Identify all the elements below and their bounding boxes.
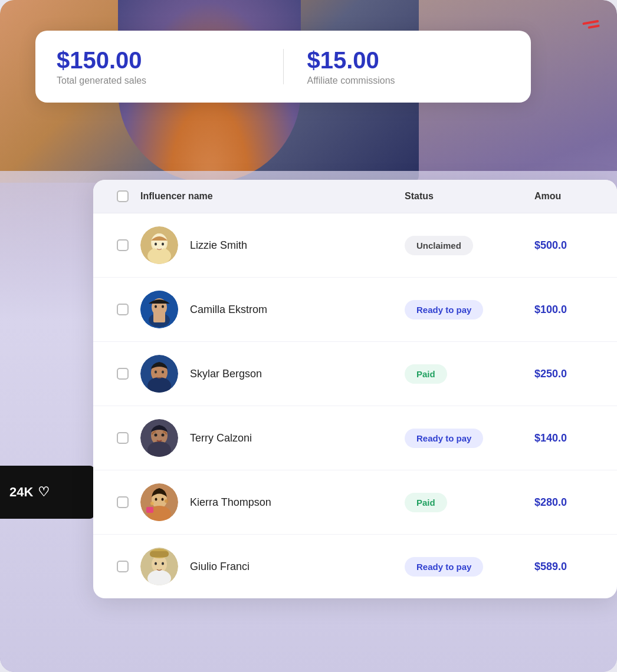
row-checkbox-cell[interactable] [105, 496, 140, 508]
svg-rect-37 [150, 551, 169, 557]
table-header: Influencer name Status Amou [93, 180, 617, 213]
amount-cell: $589.0 [534, 561, 605, 573]
svg-point-26 [155, 498, 157, 501]
status-badge: Paid [405, 493, 447, 512]
table-row: Kierra Thompson Paid $280.0 [93, 470, 617, 535]
svg-point-22 [162, 434, 165, 437]
avatar [140, 226, 178, 264]
svg-point-10 [155, 305, 157, 308]
amount-header: Amou [534, 191, 605, 202]
avatar [140, 355, 178, 393]
stats-card: $150.00 Total generated sales $15.00 Aff… [35, 31, 531, 103]
status-cell: Paid [405, 364, 534, 384]
status-cell: Paid [405, 493, 534, 512]
avatar [140, 548, 178, 585]
svg-rect-30 [146, 507, 153, 513]
amount-cell: $500.0 [534, 239, 605, 252]
table-body: Lizzie Smith Unclaimed $500.0 Camilla Ek… [93, 213, 617, 598]
influencer-name: Camilla Ekstrom [190, 304, 267, 316]
amount-cell: $140.0 [534, 432, 605, 444]
avatar [140, 291, 178, 328]
svg-rect-12 [153, 312, 165, 322]
row-name-cell: Terry Calzoni [140, 419, 405, 457]
svg-point-17 [162, 371, 164, 374]
avatar [140, 483, 178, 521]
commissions-block: $15.00 Affiliate commissions [307, 47, 510, 86]
row-name-cell: Giulio Franci [140, 548, 405, 585]
status-cell: Ready to pay [405, 429, 534, 448]
amount-cell: $100.0 [534, 304, 605, 316]
row-checkbox-cell[interactable] [105, 368, 140, 380]
row-checkbox[interactable] [117, 496, 129, 508]
influencer-name: Terry Calzoni [190, 432, 252, 444]
svg-point-28 [150, 502, 154, 505]
svg-point-21 [155, 434, 157, 437]
status-header: Status [405, 191, 534, 202]
status-cell: Unclaimed [405, 236, 534, 255]
influencer-name-header: Influencer name [140, 191, 405, 202]
table-row: Giulio Franci Ready to pay $589.0 [93, 535, 617, 598]
status-badge: Ready to pay [405, 300, 483, 319]
row-name-cell: Skylar Bergson [140, 355, 405, 393]
svg-point-4 [155, 243, 157, 246]
amount-cell: $280.0 [534, 496, 605, 509]
row-checkbox[interactable] [117, 432, 129, 444]
status-badge: Ready to pay [405, 557, 483, 577]
svg-point-11 [162, 305, 164, 308]
amount-cell: $250.0 [534, 368, 605, 380]
header-checkbox-cell[interactable] [105, 190, 140, 202]
svg-point-35 [162, 562, 164, 565]
table-row: Skylar Bergson Paid $250.0 [93, 342, 617, 406]
avatar [140, 419, 178, 457]
total-sales-value: $150.00 [57, 47, 260, 73]
row-name-cell: Lizzie Smith [140, 226, 405, 264]
row-checkbox[interactable] [117, 304, 129, 315]
row-checkbox-cell[interactable] [105, 561, 140, 572]
commissions-label: Affiliate commissions [307, 75, 510, 86]
influencer-name: Skylar Bergson [190, 368, 262, 380]
table-row: Camilla Ekstrom Ready to pay $100.0 [93, 278, 617, 342]
table-row: Lizzie Smith Unclaimed $500.0 [93, 213, 617, 278]
heart-icon: ♡ [38, 485, 50, 500]
commissions-value: $15.00 [307, 47, 510, 73]
row-checkbox[interactable] [117, 561, 129, 572]
svg-point-5 [162, 243, 164, 246]
row-checkbox[interactable] [117, 239, 129, 251]
total-sales-block: $150.00 Total generated sales [57, 47, 260, 86]
row-checkbox-cell[interactable] [105, 239, 140, 251]
svg-point-27 [162, 498, 164, 501]
table-row: Terry Calzoni Ready to pay $140.0 [93, 406, 617, 470]
total-sales-label: Total generated sales [57, 75, 260, 86]
row-checkbox[interactable] [117, 368, 129, 380]
status-cell: Ready to pay [405, 300, 534, 319]
likes-count: 24K [9, 485, 33, 500]
status-badge: Paid [405, 364, 447, 384]
social-bar: 24K ♡ [0, 466, 94, 519]
select-all-checkbox[interactable] [117, 190, 129, 202]
svg-point-3 [152, 233, 166, 250]
influencer-name: Kierra Thompson [190, 496, 271, 509]
influencer-name: Giulio Franci [190, 561, 250, 573]
svg-point-29 [165, 499, 168, 503]
influencer-name: Lizzie Smith [190, 239, 247, 252]
row-name-cell: Kierra Thompson [140, 483, 405, 521]
svg-point-16 [155, 371, 157, 374]
row-name-cell: Camilla Ekstrom [140, 291, 405, 328]
influencer-table: Influencer name Status Amou Lizzie Smith… [93, 180, 617, 598]
status-badge: Ready to pay [405, 429, 483, 448]
status-cell: Ready to pay [405, 557, 534, 577]
stats-divider [283, 49, 284, 84]
row-checkbox-cell[interactable] [105, 304, 140, 315]
row-checkbox-cell[interactable] [105, 432, 140, 444]
status-badge: Unclaimed [405, 236, 473, 255]
svg-point-34 [155, 562, 157, 565]
